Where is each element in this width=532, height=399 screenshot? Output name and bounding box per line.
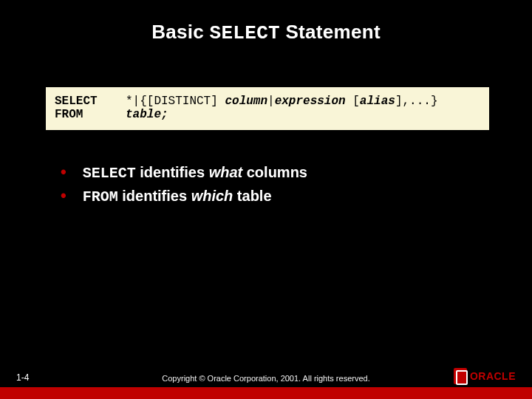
code-line-2: FROMtable; [55, 108, 480, 121]
oracle-logo-icon [454, 368, 467, 384]
copyright-text: Copyright © Oracle Corporation, 2001. Al… [0, 374, 532, 383]
syntax-box: SELECT*|{[DISTINCT] column|expression [a… [46, 87, 489, 130]
list-item: • SELECT identifies what columns [61, 164, 307, 182]
code2-table: table; [126, 108, 168, 121]
b1-em: what [209, 164, 243, 180]
title-mono: SELECT [210, 22, 280, 44]
bullet-dot-icon: • [61, 188, 66, 204]
kw-select: SELECT [55, 95, 126, 108]
code1-mid: | [267, 95, 275, 108]
b2-tail: table [233, 188, 271, 204]
footer-bar [0, 387, 532, 399]
list-item: • FROM identifies which table [61, 188, 307, 205]
bullet-list: • SELECT identifies what columns • FROM … [61, 164, 307, 211]
code1-a: *|{[DISTINCT] [126, 95, 225, 108]
b1-mono: SELECT [83, 165, 136, 182]
code1-alias: alias [360, 95, 395, 108]
title-pre: Basic [151, 21, 209, 43]
b2-mono: FROM [83, 188, 118, 205]
bullet-1-text: SELECT identifies what columns [83, 164, 307, 182]
oracle-logo: ORACLE [454, 368, 516, 384]
code1-b: [ [346, 95, 360, 108]
title-post: Statement [280, 21, 381, 43]
b1-mid: identifies [136, 164, 209, 180]
b2-mid: identifies [118, 188, 191, 204]
b2-em: which [191, 188, 233, 204]
bullet-2-text: FROM identifies which table [83, 188, 272, 205]
code1-expr: expression [275, 95, 346, 108]
code1-col: column [225, 95, 267, 108]
code1-c: ],...} [395, 95, 438, 108]
oracle-logo-text: ORACLE [470, 370, 516, 382]
code-line-1: SELECT*|{[DISTINCT] column|expression [a… [55, 95, 480, 108]
b1-tail: columns [242, 164, 307, 180]
slide: Basic SELECT Statement SELECT*|{[DISTINC… [0, 0, 532, 399]
page-title: Basic SELECT Statement [0, 0, 532, 44]
bullet-dot-icon: • [61, 164, 66, 180]
kw-from: FROM [55, 108, 126, 121]
